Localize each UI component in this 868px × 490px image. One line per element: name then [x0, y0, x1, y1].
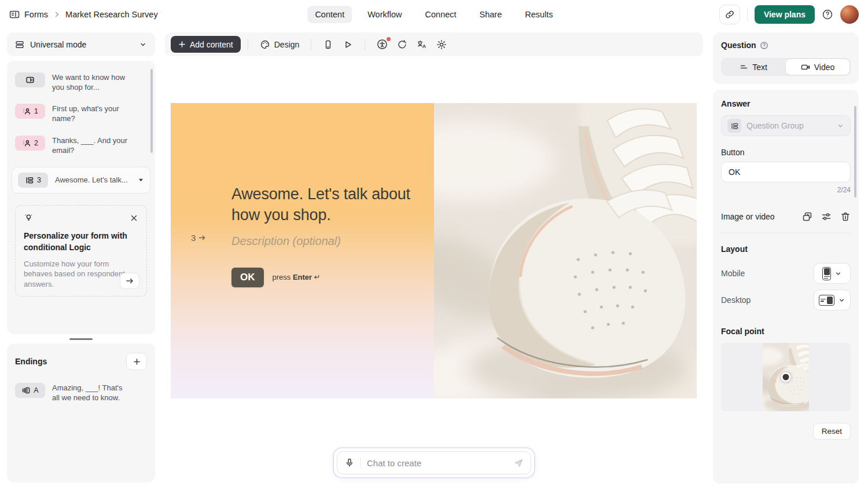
question-group-icon — [25, 175, 34, 185]
char-counter: 2/24 — [721, 186, 851, 194]
sneakers-photo — [434, 103, 697, 398]
toolbar-divider — [365, 39, 365, 50]
slide-description-placeholder[interactable]: Description (optional) — [231, 235, 417, 248]
view-plans-button[interactable]: View plans — [755, 5, 815, 24]
video-camera-icon — [801, 63, 810, 72]
microphone-icon[interactable] — [344, 458, 355, 468]
send-button[interactable] — [513, 458, 524, 468]
slide-image-panel[interactable] — [434, 103, 697, 398]
help-button[interactable] — [822, 9, 833, 20]
reset-focal-button[interactable]: Reset — [813, 423, 851, 440]
send-icon — [513, 458, 524, 468]
welcome-screen-badge — [15, 72, 45, 87]
chevron-down-icon — [837, 122, 844, 130]
design-button[interactable]: Design — [255, 36, 304, 53]
tab-text[interactable]: Text — [722, 58, 785, 75]
notification-dot — [387, 37, 391, 41]
editor-main: Add content Design — [165, 32, 703, 490]
chat-input[interactable] — [367, 458, 513, 468]
preview-play-button[interactable] — [338, 36, 358, 53]
link-icon — [724, 9, 735, 20]
chat-divider — [360, 457, 361, 469]
tip-learn-more-button[interactable] — [120, 273, 139, 289]
image-or-video-label: Image or video — [721, 212, 775, 221]
slide-ok-button[interactable]: OK — [231, 268, 264, 287]
translate-button[interactable]: A — [412, 36, 432, 53]
tab-share[interactable]: Share — [472, 6, 510, 23]
gear-icon — [436, 39, 447, 50]
mode-selector-label: Universal mode — [30, 40, 86, 49]
add-ending-button[interactable] — [126, 353, 147, 370]
image-or-video-row: Image or video — [721, 211, 851, 222]
delete-media-button[interactable] — [840, 211, 851, 222]
ending-title: Amazing, ___! That's all we need to know… — [52, 383, 128, 403]
tab-results[interactable]: Results — [517, 6, 560, 23]
ending-item-a[interactable]: A Amazing, ___! That's all we need to kn… — [15, 383, 147, 403]
replace-media-button[interactable] — [802, 211, 812, 222]
media-settings-button[interactable] — [821, 211, 832, 222]
caret-down-icon[interactable] — [138, 175, 144, 185]
sidebar-resize-handle[interactable] — [69, 338, 93, 340]
breadcrumb-chevron-icon — [53, 10, 61, 19]
tab-connect[interactable]: Connect — [418, 6, 464, 23]
settings-button[interactable] — [432, 36, 451, 53]
question-number: 2 — [34, 139, 38, 147]
copy-link-button[interactable] — [719, 5, 740, 24]
form-builder-app: Forms Market Research Survey Content Wor… — [0, 0, 868, 490]
sidebar-scrollbar[interactable] — [150, 69, 153, 153]
question-help-icon[interactable] — [760, 41, 768, 50]
chevron-down-icon — [838, 297, 845, 304]
breadcrumb: Forms Market Research Survey — [9, 9, 158, 20]
question-item-1[interactable]: 1 First up, what's your name? — [15, 104, 147, 123]
desktop-layout-select[interactable] — [814, 290, 851, 310]
topbar-divider — [747, 8, 748, 21]
slide-question-number: 3 — [191, 184, 231, 287]
chat-to-create-bar — [333, 447, 535, 478]
slide-question-title[interactable]: Awesome. Let's talk about how you shop. — [231, 184, 417, 226]
button-text-input[interactable] — [721, 162, 851, 182]
chevron-down-icon — [834, 270, 842, 277]
contact-badge: 1 — [15, 104, 45, 119]
forms-logo-icon — [9, 9, 20, 20]
user-avatar[interactable] — [840, 5, 859, 24]
mobile-layout-select[interactable] — [814, 263, 851, 284]
translate-icon: A — [417, 39, 427, 50]
accessibility-button[interactable] — [372, 35, 392, 53]
endings-section: Endings A Amazing, ___! That's all we ne… — [7, 343, 155, 482]
slide-preview: 3 Awesome. Let's talk about how you shop… — [171, 103, 697, 398]
question-title: Thanks, ___. And your email? — [52, 136, 128, 155]
button-field-label: Button — [721, 148, 851, 157]
focal-point-header: Focal point — [721, 327, 851, 336]
palette-icon — [260, 39, 270, 50]
mobile-preview-button[interactable] — [318, 36, 338, 53]
editor-toolbar: Add content Design — [165, 32, 703, 56]
refresh-button[interactable] — [392, 36, 412, 53]
tab-content[interactable]: Content — [307, 6, 352, 23]
sliders-icon — [821, 211, 832, 222]
ending-letter: A — [34, 386, 38, 394]
question-item-2[interactable]: 2 Thanks, ___. And your email? — [15, 136, 147, 155]
close-tip-button[interactable] — [130, 214, 138, 222]
breadcrumb-app[interactable]: Forms — [24, 10, 48, 19]
question-group-icon — [727, 119, 741, 133]
answer-type-select[interactable]: Question Group — [721, 115, 851, 136]
tab-video[interactable]: Video — [785, 58, 850, 75]
play-icon — [343, 39, 353, 50]
question-item-welcome[interactable]: We want to know how you shop for... — [15, 72, 147, 92]
layout-header: Layout — [721, 244, 851, 254]
inspector-scrollbar[interactable] — [854, 106, 856, 198]
mode-selector[interactable]: Universal mode — [7, 32, 155, 56]
enter-key-icon: ↵ — [314, 273, 321, 281]
focal-point-editor[interactable] — [721, 343, 851, 411]
add-content-button[interactable]: Add content — [171, 36, 241, 53]
question-group-badge: 3 — [18, 173, 48, 188]
mobile-label: Mobile — [721, 269, 745, 278]
focal-point-marker[interactable] — [781, 372, 791, 382]
tab-workflow[interactable]: Workflow — [360, 6, 409, 23]
content-sidebar: Universal mode We want to know how you s… — [7, 32, 155, 482]
text-lines-icon — [740, 63, 748, 71]
slide-text-panel: 3 Awesome. Let's talk about how you shop… — [171, 103, 434, 398]
question-item-3-selected[interactable]: 3 Awesome. Let's talk... — [12, 167, 150, 193]
question-type-toggle: Text Video — [721, 58, 851, 76]
inspector-panel: Question Text Video — [713, 32, 859, 484]
